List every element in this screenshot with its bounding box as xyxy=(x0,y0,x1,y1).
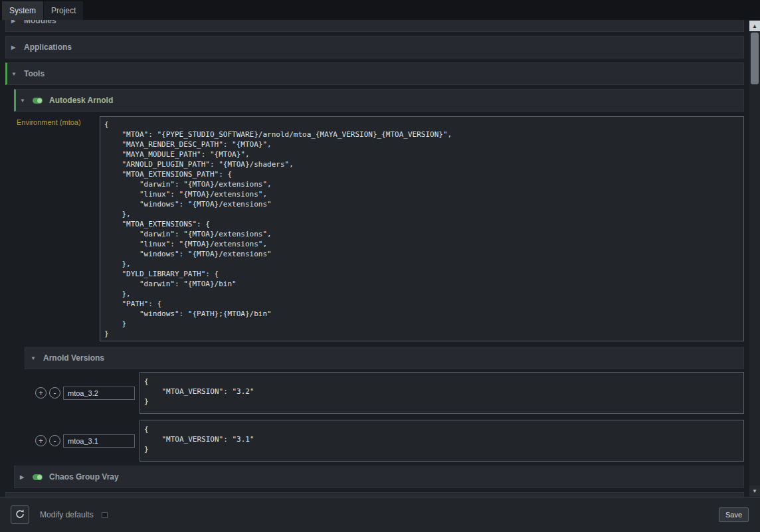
version-row: + - { "MTOA_VERSION": "3.1" } xyxy=(35,420,744,462)
scroll-down-button[interactable]: ▼ xyxy=(749,486,760,496)
tab-project[interactable]: Project xyxy=(44,1,83,20)
arnold-section-label: Autodesk Arnold xyxy=(49,96,113,105)
chevron-down-icon: ▼ xyxy=(11,71,19,77)
version-key-input[interactable] xyxy=(63,434,135,448)
section-header-autodesk-arnold[interactable]: ▼ Autodesk Arnold xyxy=(14,89,744,112)
version-row: + - { "MTOA_VERSION": "3.2" } xyxy=(35,372,744,414)
section-header-tools[interactable]: ▼ Tools xyxy=(5,62,744,85)
chevron-down-icon: ▼ xyxy=(20,98,27,104)
add-version-button[interactable]: + xyxy=(35,387,47,399)
version-key-controls: + - xyxy=(35,420,140,462)
section-header-clipped[interactable] xyxy=(5,492,744,497)
scroll-up-icon: ▲ xyxy=(752,23,757,29)
environment-json-editor[interactable]: { "MTOA": "{PYPE_STUDIO_SOFTWARE}/arnold… xyxy=(100,116,744,341)
modify-defaults-checkbox[interactable] xyxy=(102,512,108,518)
section-applications-label: Applications xyxy=(24,43,72,52)
vray-section-label: Chaos Group Vray xyxy=(49,472,119,482)
section-tools-label: Tools xyxy=(24,69,45,78)
section-header-arnold-versions[interactable]: ▼ Arnold Versions xyxy=(25,347,744,369)
tab-system[interactable]: System xyxy=(2,1,43,20)
settings-window: System Project ▶ Modules ▶ Applications … xyxy=(0,0,760,532)
tab-project-label: Project xyxy=(51,6,76,15)
environment-label: Environment (mtoa) xyxy=(17,116,100,341)
arnold-versions-label: Arnold Versions xyxy=(43,353,104,363)
section-header-modules[interactable]: ▶ Modules xyxy=(5,20,744,32)
chevron-right-icon: ▶ xyxy=(11,44,19,50)
section-header-applications[interactable]: ▶ Applications xyxy=(5,36,744,58)
version-json-editor[interactable]: { "MTOA_VERSION": "3.2" } xyxy=(140,372,744,414)
scroll-down-icon: ▼ xyxy=(752,488,757,494)
tools-section-body: ▼ Autodesk Arnold Environment (mtoa) { "… xyxy=(14,89,744,488)
save-button[interactable]: Save xyxy=(719,507,749,522)
settings-scroll-area: ▶ Modules ▶ Applications ▼ Tools ▼ Autod… xyxy=(0,20,749,497)
vray-enabled-toggle[interactable] xyxy=(33,474,43,480)
section-modules-label: Modules xyxy=(24,20,56,25)
modify-defaults-label: Modify defaults xyxy=(40,510,94,519)
version-json-editor[interactable]: { "MTOA_VERSION": "3.1" } xyxy=(140,420,744,462)
tab-system-label: System xyxy=(9,6,36,15)
arnold-versions-block: ▼ Arnold Versions + - { "MTOA_VERSION": … xyxy=(25,347,744,462)
chevron-right-icon: ▶ xyxy=(11,20,19,24)
refresh-button[interactable] xyxy=(11,505,29,524)
chevron-down-icon: ▼ xyxy=(31,355,38,361)
footer-bar: Modify defaults Save xyxy=(0,497,760,532)
vertical-scrollbar[interactable]: ▲ ▼ xyxy=(749,20,760,497)
version-key-input[interactable] xyxy=(63,387,135,400)
chevron-right-icon: ▶ xyxy=(20,474,27,480)
remove-version-button[interactable]: - xyxy=(49,387,60,399)
tab-bar: System Project xyxy=(0,0,760,20)
scrollbar-thumb[interactable] xyxy=(751,33,759,84)
version-key-controls: + - xyxy=(35,372,140,414)
scroll-up-button[interactable]: ▲ xyxy=(749,21,760,31)
arnold-enabled-toggle[interactable] xyxy=(33,98,43,104)
remove-version-button[interactable]: - xyxy=(49,435,60,446)
refresh-icon xyxy=(15,509,25,521)
environment-field-row: Environment (mtoa) { "MTOA": "{PYPE_STUD… xyxy=(17,116,744,341)
section-header-chaos-group-vray[interactable]: ▶ Chaos Group Vray xyxy=(14,466,744,488)
add-version-button[interactable]: + xyxy=(35,435,47,446)
